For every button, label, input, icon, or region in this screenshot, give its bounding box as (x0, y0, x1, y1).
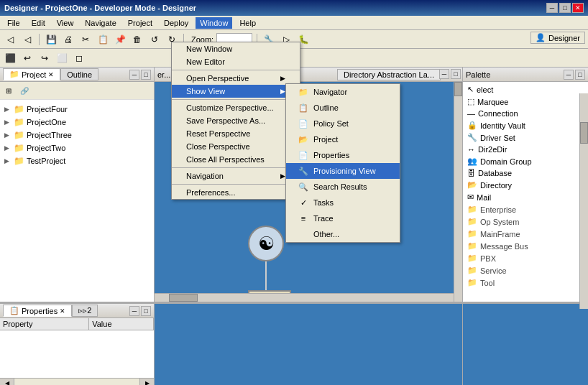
palette-item-connection[interactable]: — Connection (464, 108, 587, 119)
toolbar-forward-btn[interactable]: ◁ (20, 32, 35, 47)
palette-item-marquee[interactable]: ⬚ Marquee (464, 96, 587, 108)
panel-minimize-btn[interactable]: ─ (129, 70, 139, 80)
menu-customize-perspective[interactable]: Customize Perspective... (172, 101, 300, 114)
toolbar2-btn1[interactable]: ⬛ (3, 51, 17, 65)
canvas-scrollbar-v[interactable] (454, 82, 462, 302)
palette-folder-service[interactable]: 📁 Service (464, 264, 587, 277)
right-minimize-btn[interactable]: ─ (564, 70, 574, 80)
submenu-outline[interactable]: 📋 Outline (286, 100, 400, 116)
menu-reset-perspective[interactable]: Reset Perspective (172, 127, 300, 140)
menu-help[interactable]: Help (235, 17, 260, 29)
palette-folder-opsystem[interactable]: 📁 Op System (464, 215, 587, 228)
palette-item-mail[interactable]: ✉ Mail (464, 191, 587, 203)
tab-outline[interactable]: Outline (60, 68, 98, 80)
tree-item-testproject[interactable]: ▶ 📁 TestProject (3, 154, 151, 167)
submenu-trace[interactable]: ≡ Trace (286, 210, 400, 226)
canvas-scrollbar-h[interactable] (155, 293, 454, 302)
palette-item-select[interactable]: ↖ elect (464, 83, 587, 96)
menu-preferences[interactable]: Preferences... (172, 186, 300, 199)
tree-link-btn[interactable]: 🔗 (17, 83, 32, 98)
props-scroll-right[interactable]: ▶ (139, 379, 154, 385)
tree-item-projectfour[interactable]: ▶ 📁 ProjectFour (3, 103, 151, 116)
submenu-policyset[interactable]: 📄 Policy Set (286, 116, 400, 131)
menu-save-perspective-as[interactable]: Save Perspective As... (172, 114, 300, 127)
menu-close-perspective[interactable]: Close Perspective (172, 140, 300, 153)
submenu-search-results[interactable]: 🔍 Search Results (286, 179, 400, 195)
toolbar2-btn4[interactable]: ⬜ (55, 51, 69, 65)
menu-project[interactable]: Project (124, 17, 157, 29)
panel-maximize-btn[interactable]: □ (141, 70, 151, 80)
menu-window[interactable]: Window (196, 17, 232, 29)
palette-item-driverset[interactable]: 🔧 Driver Set (464, 131, 587, 144)
menu-deploy[interactable]: Deploy (160, 17, 193, 29)
tab-project-close[interactable]: ✕ (48, 71, 54, 78)
props-maximize-btn[interactable]: □ (141, 306, 151, 316)
scrollbar-thumb-v[interactable] (454, 82, 462, 96)
toolbar2-btn2[interactable]: ↩ (20, 51, 35, 65)
toolbar-delete-btn[interactable]: 🗑 (130, 32, 144, 47)
tab-project[interactable]: 📁 Project ✕ (3, 68, 60, 80)
canvas-node-yinyang[interactable]: ☯ (248, 226, 284, 261)
props-scrollbar-h[interactable]: ◀ ▶ (0, 378, 154, 385)
palette-scrollbar[interactable] (579, 93, 588, 302)
submenu-other[interactable]: Other... (286, 226, 400, 242)
palette-directory-label: Directory (480, 181, 512, 190)
center-minimize-btn[interactable]: ─ (439, 69, 449, 79)
toolbar2-btn5[interactable]: ◻ (72, 51, 86, 65)
right-maximize-btn[interactable]: □ (575, 70, 585, 80)
toolbar-save-btn[interactable]: 💾 (44, 32, 58, 47)
menu-new-editor[interactable]: New Editor (172, 55, 300, 68)
palette-folder-pbx[interactable]: 📁 PBX (464, 252, 587, 264)
palette-folder-mainframe[interactable]: 📁 MainFrame (464, 228, 587, 240)
menu-navigation[interactable]: Navigation ▶ (172, 170, 300, 182)
toolbar-paste-btn[interactable]: 📌 (113, 32, 127, 47)
props-minimize-btn[interactable]: ─ (129, 306, 139, 316)
menu-new-window[interactable]: New Window (172, 42, 300, 55)
palette-folder-messagebus[interactable]: 📁 Message Bus (464, 240, 587, 252)
tree-item-projectthree[interactable]: ▶ 📁 ProjectThree (3, 129, 151, 142)
props-scroll-left[interactable]: ◀ (0, 379, 14, 385)
show-view-submenu[interactable]: 📁 Navigator 📋 Outline 📄 Policy Set 📂 Pro… (285, 83, 400, 243)
submenu-project[interactable]: 📂 Project (286, 131, 400, 147)
toolbar-back-btn[interactable]: ◁ (3, 32, 17, 47)
palette-folder-enterprise[interactable]: 📁 Enterprise (464, 203, 587, 215)
tree-item-projectone[interactable]: ▶ 📁 ProjectOne (3, 116, 151, 129)
palette-item-dir2edir[interactable]: ↔ Dir2eDir (464, 144, 587, 155)
directory-abstraction-tab[interactable]: Directory Abstraction La... (337, 69, 441, 80)
palette-item-domaingroup[interactable]: 👥 Domain Group (464, 155, 587, 167)
palette-folder-tool[interactable]: 📁 Tool (464, 277, 587, 289)
toolbar2-btn3[interactable]: ↪ (37, 51, 52, 65)
toolbar-cut-btn[interactable]: ✂ (78, 32, 93, 47)
tab-properties-close[interactable]: ✕ (60, 307, 65, 315)
menu-close-all-perspectives[interactable]: Close All Perspectives (172, 153, 300, 166)
submenu-properties[interactable]: 📄 Properties (286, 147, 400, 163)
window-dropdown-menu[interactable]: New Window New Editor Open Perspective ▶… (171, 42, 300, 200)
close-perspective-label: Close Perspective (186, 142, 250, 151)
close-button[interactable]: ✕ (572, 3, 584, 13)
palette-item-directory[interactable]: 📂 Directory (464, 179, 587, 191)
menu-view[interactable]: View (52, 17, 78, 29)
menu-open-perspective[interactable]: Open Perspective ▶ (172, 72, 300, 85)
palette-item-database[interactable]: 🗄 Database (464, 167, 587, 179)
minimize-button[interactable]: ─ (546, 3, 558, 13)
toolbar-undo-btn[interactable]: ↺ (147, 32, 162, 47)
toolbar-copy-btn[interactable]: 📋 (96, 32, 110, 47)
menu-show-view[interactable]: Show View ▶ (172, 85, 300, 98)
tree-item-projecttwo[interactable]: ▶ 📁 ProjectTwo (3, 142, 151, 154)
menu-edit[interactable]: Edit (27, 17, 50, 29)
center-maximize-btn[interactable]: □ (451, 69, 461, 79)
toolbar-print-btn[interactable]: 🖨 (61, 32, 75, 47)
submenu-navigator[interactable]: 📁 Navigator (286, 84, 400, 100)
properties-icon: 📋 (9, 306, 19, 315)
tab-properties[interactable]: 📋 Properties ✕ (3, 305, 72, 317)
menu-file[interactable]: File (3, 17, 24, 29)
tab-number2[interactable]: ▹▹2 (72, 305, 98, 317)
submenu-provisioning-view[interactable]: 🔧 Provisioning View (286, 163, 400, 179)
menu-navigate[interactable]: Navigate (81, 17, 120, 29)
palette-item-identityvault[interactable]: 🔒 Identity Vault (464, 119, 587, 131)
maximize-button[interactable]: □ (559, 3, 571, 13)
tree-collapse-btn[interactable]: ⊞ (1, 83, 16, 98)
submenu-tasks[interactable]: ✓ Tasks (286, 195, 400, 210)
scrollbar-thumb-h[interactable] (169, 294, 198, 302)
palette-scrollbar-thumb[interactable] (580, 122, 588, 144)
